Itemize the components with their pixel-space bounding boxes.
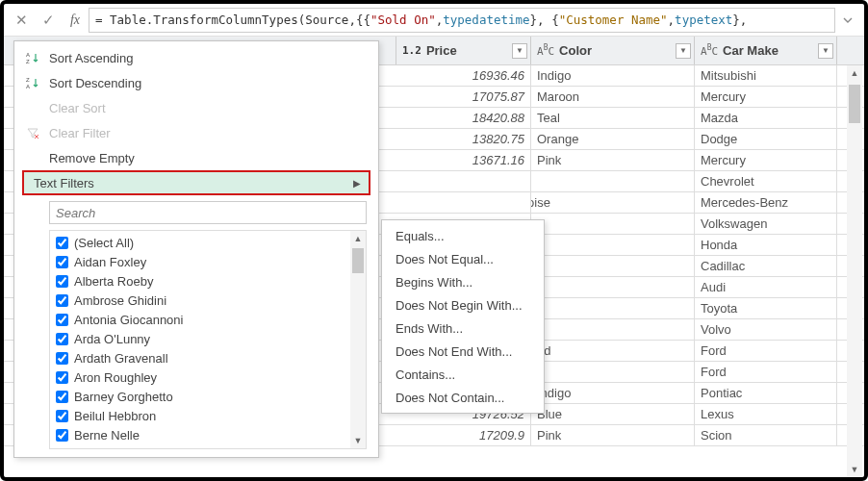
- svg-text:A: A: [26, 84, 30, 89]
- clear-filter-icon: [24, 126, 41, 139]
- filter-dropdown-icon[interactable]: ▼: [676, 43, 691, 59]
- text-filter-option[interactable]: Does Not Begin With...: [382, 293, 544, 316]
- cell-color: range: [531, 298, 695, 318]
- cell-car-make: Volvo: [695, 319, 837, 340]
- cell-car-make: Ford: [695, 341, 837, 361]
- cell-car-make: Toyota: [695, 298, 837, 318]
- svg-text:Z: Z: [26, 59, 30, 64]
- filter-value-item[interactable]: Arda O'Lunny: [50, 329, 350, 348]
- cell-price: 17209.9: [396, 425, 531, 445]
- filter-value-item[interactable]: Beilul Hebbron: [50, 406, 350, 425]
- checklist-scrollbar[interactable]: ▲ ▼: [350, 231, 366, 448]
- svg-text:Z: Z: [26, 77, 30, 83]
- remove-empty-item[interactable]: Remove Empty: [14, 145, 378, 170]
- cell-car-make: Audi: [695, 277, 837, 297]
- clear-filter-item: Clear Filter: [14, 120, 378, 145]
- cell-car-make: Mercury: [695, 87, 837, 107]
- filter-value-checkbox[interactable]: [56, 275, 68, 288]
- filter-value-checkbox[interactable]: [56, 371, 68, 384]
- cell-color: Orange: [531, 129, 695, 149]
- filter-values-list: (Select All)Aidan FoxleyAlberta RoebyAmb…: [50, 231, 350, 448]
- filter-dropdown-icon[interactable]: ▼: [512, 43, 527, 59]
- column-filter-menu: AZ Sort Ascending ZA Sort Descending Cle…: [13, 40, 379, 458]
- text-filter-option[interactable]: Equals...: [382, 224, 544, 247]
- filter-value-item[interactable]: (Select All): [50, 233, 350, 252]
- type-text-icon: ABC: [537, 43, 554, 58]
- cell-color: uce: [531, 256, 695, 276]
- filter-value-item[interactable]: Berne Nelle: [50, 425, 350, 444]
- cell-car-make: Dodge: [695, 129, 837, 149]
- filter-value-item[interactable]: Aidan Foxley: [50, 252, 350, 271]
- sort-ascending-item[interactable]: AZ Sort Ascending: [14, 45, 378, 70]
- scroll-up-icon[interactable]: ▲: [350, 231, 366, 246]
- text-filters-item[interactable]: Text Filters ▶: [22, 170, 370, 195]
- filter-value-checkbox[interactable]: [56, 429, 68, 442]
- filter-value-checkbox[interactable]: [56, 237, 68, 249]
- type-decimal-icon: 1.2: [402, 44, 421, 57]
- text-filter-option[interactable]: Ends With...: [382, 316, 544, 340]
- filter-value-item[interactable]: Ardath Gravenall: [50, 348, 350, 367]
- filter-value-checkbox[interactable]: [56, 294, 68, 307]
- column-header-car-make[interactable]: ABC Car Make ▼: [695, 37, 837, 64]
- filter-value-checkbox[interactable]: [56, 256, 68, 268]
- filter-value-checkbox[interactable]: [56, 410, 68, 422]
- cell-color: urquoise: [531, 192, 695, 213]
- scroll-thumb[interactable]: [352, 248, 364, 273]
- cell-price: [396, 171, 531, 191]
- svg-text:A: A: [26, 52, 30, 58]
- table-scrollbar[interactable]: ▲ ▼: [847, 65, 862, 477]
- cell-car-make: Mercedes-Benz: [695, 192, 837, 213]
- scroll-down-icon[interactable]: ▼: [350, 433, 366, 448]
- cell-car-make: Lexus: [695, 404, 837, 424]
- scroll-thumb[interactable]: [849, 85, 860, 123]
- filter-value-checkbox[interactable]: [56, 352, 68, 365]
- text-filter-option[interactable]: Does Not Equal...: [382, 247, 544, 270]
- text-filter-option[interactable]: Begins With...: [382, 270, 544, 293]
- text-filter-option[interactable]: Contains...: [382, 363, 544, 386]
- scroll-up-icon[interactable]: ▲: [847, 65, 862, 81]
- cell-car-make: Chevrolet: [695, 171, 837, 191]
- filter-value-item[interactable]: Ambrose Ghidini: [50, 291, 350, 310]
- scroll-down-icon[interactable]: ▼: [847, 462, 862, 477]
- clear-sort-item: Clear Sort: [14, 95, 378, 120]
- cell-color: olet: [531, 214, 695, 234]
- formula-input[interactable]: = Table.TransformColumnTypes(Source,{{ "…: [89, 8, 835, 33]
- column-header-color[interactable]: ABC Color ▼: [531, 37, 695, 64]
- cell-price: 13671.16: [396, 150, 531, 170]
- cancel-formula-button[interactable]: ✕: [8, 7, 35, 34]
- expand-formula-button[interactable]: [835, 8, 860, 33]
- filter-value-checkbox[interactable]: [56, 391, 68, 403]
- cell-color: digo: [531, 171, 695, 191]
- filter-value-item[interactable]: Alberta Roeby: [50, 271, 350, 291]
- cell-price: 17075.87: [396, 87, 531, 107]
- cell-car-make: Pontiac: [695, 383, 837, 403]
- sort-asc-icon: AZ: [24, 51, 41, 64]
- filter-value-item[interactable]: Barney Gorghetto: [50, 387, 350, 406]
- cell-price: 13820.75: [396, 129, 531, 149]
- cell-color: Teal: [531, 108, 695, 128]
- cell-color: Indigo: [531, 65, 695, 86]
- cell-car-make: Scion: [695, 425, 837, 445]
- cell-price: 16936.46: [396, 65, 531, 86]
- cell-car-make: Ford: [695, 362, 837, 382]
- commit-formula-button[interactable]: ✓: [35, 7, 62, 34]
- filter-search-input[interactable]: [49, 201, 367, 224]
- cell-car-make: Volkswagen: [695, 214, 837, 234]
- text-filter-option[interactable]: Does Not End With...: [382, 340, 544, 363]
- cell-color: ue: [531, 235, 695, 255]
- filter-dropdown-icon[interactable]: ▼: [818, 43, 833, 59]
- column-header-price[interactable]: 1.2 Price ▼: [396, 37, 531, 64]
- cell-color: Indigo: [531, 383, 695, 403]
- sort-desc-icon: ZA: [24, 76, 41, 89]
- filter-value-checkbox[interactable]: [56, 314, 68, 326]
- type-text-icon: ABC: [701, 43, 718, 58]
- cell-color: oldenrod: [531, 341, 695, 361]
- cell-color: imson: [531, 277, 695, 297]
- filter-value-checkbox[interactable]: [56, 333, 68, 345]
- sort-descending-item[interactable]: ZA Sort Descending: [14, 70, 378, 95]
- cell-price: 18420.88: [396, 108, 531, 128]
- cell-car-make: Mitsubishi: [695, 65, 837, 86]
- text-filter-option[interactable]: Does Not Contain...: [382, 386, 544, 409]
- filter-value-item[interactable]: Antonia Giocannoni: [50, 310, 350, 329]
- filter-value-item[interactable]: Aron Roughley: [50, 367, 350, 387]
